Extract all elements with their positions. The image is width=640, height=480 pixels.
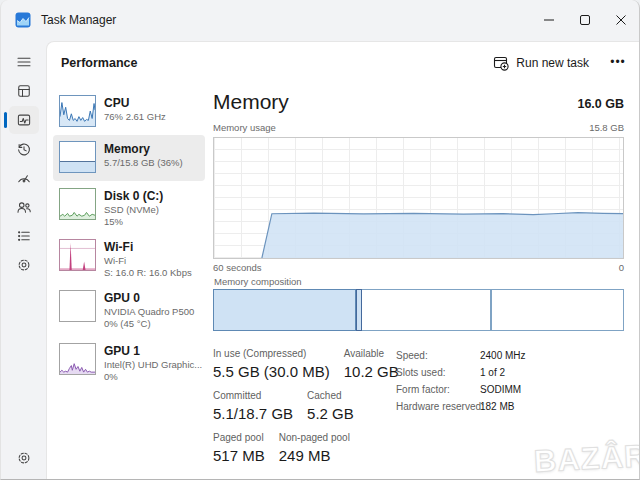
stat-available: Available 10.2 GB — [344, 348, 399, 381]
perf-item-gpu1[interactable]: GPU 1 Intel(R) UHD Graphic... 0% — [53, 337, 205, 389]
memory-usage-chart — [213, 137, 624, 259]
page-header: Performance Run new task ••• — [47, 42, 640, 84]
run-new-task-label: Run new task — [516, 56, 589, 70]
task-manager-app-icon — [15, 12, 31, 28]
perf-item-subtitle: 76% 2.61 GHz — [104, 111, 166, 123]
performance-icon — [15, 111, 33, 129]
gpu1-sparkline — [59, 343, 96, 375]
stat-value: 517 MB — [213, 447, 265, 465]
stat-in-use: In use (Compressed) 5.5 GB (30.0 MB) — [213, 348, 330, 381]
memory-title: Memory — [213, 90, 289, 114]
performance-list: CPU 76% 2.61 GHz Memory 5.7/15.8 GB (36%… — [53, 89, 205, 390]
perf-item-title: GPU 1 — [104, 344, 202, 359]
perf-item-gpu0[interactable]: GPU 0 NVIDIA Quadro P500 0% (45 °C) — [53, 284, 205, 336]
sidebar-item-users[interactable] — [9, 193, 39, 221]
hardware-info: Speed: 2400 MHz Slots used: 1 of 2 Form … — [396, 350, 526, 412]
wifi-sparkline — [59, 239, 96, 271]
composition-segment-standby — [362, 289, 491, 331]
memory-composition-label: Memory composition — [214, 276, 302, 287]
sidebar-item-startup-apps[interactable] — [9, 164, 39, 192]
perf-item-subtitle2: S: 16.0 R: 16.0 Kbps — [104, 267, 192, 279]
stat-label: Paged pool — [213, 432, 265, 444]
titlebar: Task Manager — [1, 0, 639, 40]
stat-value: 5.5 GB (30.0 MB) — [213, 363, 330, 381]
stat-value: 10.2 GB — [344, 363, 399, 381]
stat-committed: Committed 5.1/18.7 GB — [213, 390, 293, 423]
stat-label: Committed — [213, 390, 293, 402]
memory-sparkline — [59, 141, 96, 173]
processes-icon — [15, 82, 33, 100]
sidebar-item-performance[interactable] — [9, 106, 39, 134]
task-manager-window: Task Manager — [0, 0, 640, 480]
minimize-button[interactable] — [531, 0, 567, 40]
axis-label-right: 0 — [619, 262, 624, 273]
perf-item-disk0[interactable]: Disk 0 (C:) SSD (NVMe) 15% — [53, 182, 205, 232]
info-label: Slots used: — [396, 367, 476, 378]
info-label: Form factor: — [396, 384, 476, 395]
disk-sparkline — [59, 188, 96, 220]
run-new-task-button[interactable]: Run new task — [485, 50, 597, 76]
window-title: Task Manager — [41, 0, 116, 40]
stat-label: Cached — [307, 390, 354, 402]
composition-segment-free — [491, 289, 624, 331]
perf-item-subtitle: SSD (NVMe) — [104, 204, 163, 216]
info-value: 182 MB — [480, 401, 526, 412]
stat-label: Non-paged pool — [279, 432, 350, 444]
page-title: Performance — [61, 42, 137, 84]
settings-gear-icon — [15, 449, 33, 467]
stat-paged-pool: Paged pool 517 MB — [213, 432, 265, 465]
memory-usage-max: 15.8 GB — [589, 122, 624, 133]
speedometer-icon — [15, 169, 33, 187]
perf-item-title: Memory — [104, 142, 183, 157]
hamburger-menu-button[interactable] — [9, 48, 39, 76]
run-new-task-icon — [493, 55, 509, 71]
usage-labels: Memory usage 15.8 GB — [213, 122, 624, 133]
composition-segment-in-use — [213, 289, 356, 331]
info-label: Speed: — [396, 350, 476, 361]
stat-cached: Cached 5.2 GB — [307, 390, 354, 423]
sidebar-item-processes[interactable] — [9, 77, 39, 105]
maximize-button[interactable] — [567, 0, 603, 40]
sidebar-item-app-history[interactable] — [9, 135, 39, 163]
sidebar-item-services[interactable] — [9, 251, 39, 279]
memory-composition-bar — [213, 289, 624, 331]
content-card: Performance Run new task ••• — [46, 41, 640, 480]
perf-item-subtitle: Intel(R) UHD Graphic... — [104, 359, 202, 371]
stat-label: In use (Compressed) — [213, 348, 330, 360]
info-value: SODIMM — [480, 384, 526, 395]
perf-item-title: Disk 0 (C:) — [104, 189, 163, 204]
gpu0-sparkline — [59, 290, 96, 322]
perf-item-subtitle: NVIDIA Quadro P500 — [104, 306, 194, 318]
settings-button[interactable] — [9, 444, 39, 472]
perf-item-subtitle: 5.7/15.8 GB (36%) — [104, 157, 183, 169]
perf-item-cpu[interactable]: CPU 76% 2.61 GHz — [53, 89, 205, 134]
perf-item-title: CPU — [104, 96, 166, 111]
perf-item-wifi[interactable]: Wi-Fi Wi-Fi S: 16.0 R: 16.0 Kbps — [53, 233, 205, 283]
photo-watermark: BAZÂR — [533, 438, 640, 480]
info-label: Hardware reserved: — [396, 401, 476, 412]
stat-value: 5.2 GB — [307, 405, 354, 423]
sidebar-item-details[interactable] — [9, 222, 39, 250]
stat-label: Available — [344, 348, 399, 360]
cpu-sparkline — [59, 95, 96, 127]
info-value: 1 of 2 — [480, 367, 526, 378]
perf-item-memory[interactable]: Memory 5.7/15.8 GB (36%) — [53, 135, 205, 181]
details-list-icon — [15, 227, 33, 245]
users-icon — [15, 198, 33, 216]
memory-stats: In use (Compressed) 5.5 GB (30.0 MB) Ava… — [213, 348, 391, 474]
perf-item-subtitle2: 0% — [104, 371, 202, 383]
close-button[interactable] — [603, 0, 639, 40]
stat-value: 249 MB — [279, 447, 350, 465]
navigation-rail — [1, 40, 46, 480]
perf-item-subtitle2: 15% — [104, 216, 163, 228]
stat-value: 5.1/18.7 GB — [213, 405, 293, 423]
more-options-button[interactable]: ••• — [603, 50, 633, 76]
hamburger-icon — [15, 53, 33, 71]
services-gear-icon — [15, 256, 33, 274]
memory-usage-label: Memory usage — [213, 122, 276, 133]
chart-axis-labels: 60 seconds 0 — [213, 262, 624, 273]
info-value: 2400 MHz — [480, 350, 526, 361]
memory-total-capacity: 16.0 GB — [577, 97, 624, 114]
stat-nonpaged-pool: Non-paged pool 249 MB — [279, 432, 350, 465]
axis-label-left: 60 seconds — [213, 262, 262, 273]
